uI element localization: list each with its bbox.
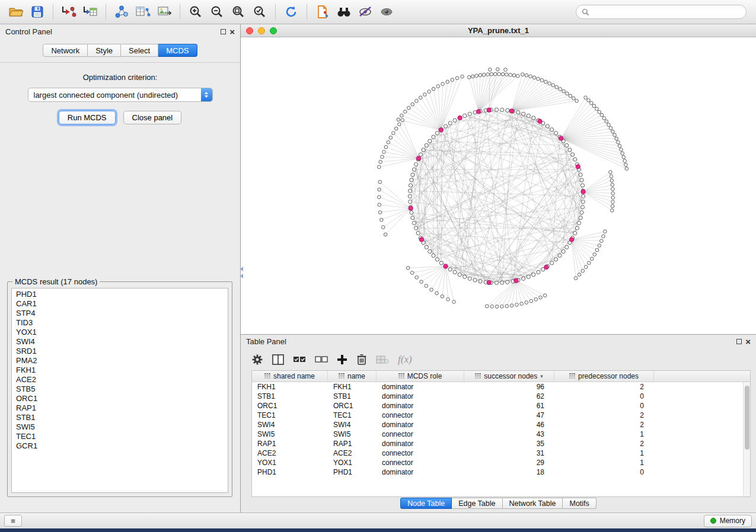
table-row[interactable]: TEC1TEC1connector472 bbox=[252, 411, 750, 420]
table-cell: STB1 bbox=[252, 392, 328, 400]
table-tabbar: Node TableEdge TableNetwork TableMotifs bbox=[241, 497, 756, 512]
binoculars-icon[interactable] bbox=[334, 2, 354, 21]
table-row[interactable]: RAP1RAP1dominator352 bbox=[252, 439, 750, 448]
deselect-all-icon[interactable] bbox=[315, 352, 328, 367]
save-icon[interactable] bbox=[27, 2, 47, 21]
delete-row-icon[interactable] bbox=[356, 352, 367, 367]
column-grid-icon bbox=[569, 373, 575, 379]
zoom-out-icon[interactable] bbox=[207, 2, 227, 21]
optimization-dropdown[interactable]: largest connected component (undirected) bbox=[28, 88, 213, 102]
split-columns-icon[interactable] bbox=[272, 352, 284, 367]
tab-mcds[interactable]: MCDS bbox=[158, 44, 197, 57]
mcds-result-item[interactable]: PHD1 bbox=[16, 290, 224, 299]
table-row[interactable]: YOX1YOX1connector291 bbox=[252, 458, 750, 467]
table-row[interactable]: ORC1ORC1dominator610 bbox=[252, 401, 750, 411]
export-image-icon[interactable] bbox=[154, 2, 174, 21]
mcds-result-item[interactable]: RAP1 bbox=[16, 403, 224, 413]
mcds-result-item[interactable]: YOX1 bbox=[16, 328, 224, 337]
search-input[interactable] bbox=[576, 5, 747, 19]
table-cell: 62 bbox=[464, 392, 554, 400]
mcds-result-item[interactable]: ACE2 bbox=[16, 375, 224, 384]
mcds-result-item[interactable]: STB5 bbox=[16, 384, 224, 394]
mcds-result-item[interactable]: STB1 bbox=[16, 413, 224, 422]
float-table-panel-icon[interactable] bbox=[736, 338, 742, 345]
refresh-icon[interactable] bbox=[281, 2, 301, 21]
scrollbar-thumb[interactable] bbox=[745, 386, 749, 450]
import-network-icon[interactable] bbox=[59, 2, 79, 21]
column-header-successor-nodes[interactable]: successor nodes▾ bbox=[464, 371, 554, 382]
table-row[interactable]: SWI4SWI4dominator462 bbox=[252, 420, 750, 430]
share-network-icon[interactable] bbox=[111, 2, 132, 21]
table-scrollbar[interactable] bbox=[743, 382, 750, 496]
table-cell: connector bbox=[377, 411, 464, 419]
document-share-icon[interactable] bbox=[312, 2, 333, 21]
table-cell: SWI5 bbox=[252, 430, 328, 438]
table-disabled-icon bbox=[376, 352, 389, 367]
hide-graphics-icon[interactable] bbox=[355, 2, 375, 21]
select-all-icon[interactable] bbox=[293, 352, 306, 367]
mcds-result-item[interactable]: TID3 bbox=[16, 318, 224, 328]
mcds-result-item[interactable]: ORC1 bbox=[16, 394, 224, 403]
table-cell: 31 bbox=[464, 449, 554, 457]
mcds-result-item[interactable]: GCR1 bbox=[16, 441, 224, 451]
mcds-result-item[interactable]: SRD1 bbox=[16, 347, 224, 356]
table-cell: 18 bbox=[464, 468, 554, 476]
import-table-icon[interactable] bbox=[80, 2, 100, 21]
control-panel-title: Control Panel bbox=[5, 27, 52, 36]
tab-motifs[interactable]: Motifs bbox=[563, 498, 596, 509]
network-title: YPA_prune.txt_1 bbox=[241, 26, 756, 35]
table-cell: 1 bbox=[554, 449, 654, 457]
table-row[interactable]: PHD1PHD1dominator180 bbox=[252, 467, 750, 477]
mcds-result-item[interactable]: PMA2 bbox=[16, 356, 224, 366]
mcds-tab-content: Optimization criterion: largest connecte… bbox=[0, 63, 240, 512]
table-cell: PHD1 bbox=[328, 468, 377, 476]
tab-edge-table[interactable]: Edge Table bbox=[452, 498, 502, 509]
network-canvas[interactable] bbox=[241, 37, 756, 334]
float-panel-icon[interactable] bbox=[221, 28, 226, 36]
mcds-result-item[interactable]: SWI4 bbox=[16, 337, 224, 347]
add-row-icon[interactable] bbox=[337, 352, 347, 367]
control-panel-header: Control Panel × bbox=[0, 24, 240, 39]
tab-select[interactable]: Select bbox=[121, 44, 158, 57]
table-cell: dominator bbox=[377, 392, 464, 400]
network-from-table-icon[interactable] bbox=[133, 2, 153, 21]
zoom-fit-icon[interactable] bbox=[228, 2, 248, 21]
mcds-result-list[interactable]: PHD1CAR1STP4TID3YOX1SWI4SRD1PMA2FKH1ACE2… bbox=[11, 288, 228, 493]
column-header-predecessor-nodes[interactable]: predecessor nodes bbox=[554, 371, 654, 382]
column-header-filler bbox=[654, 371, 750, 382]
mcds-result-item[interactable]: SWI5 bbox=[16, 422, 224, 432]
column-header-shared-name[interactable]: shared name bbox=[252, 371, 328, 382]
close-panel-icon[interactable]: × bbox=[229, 27, 235, 36]
tab-network[interactable]: Network bbox=[43, 44, 88, 57]
table-row[interactable]: ACE2ACE2connector311 bbox=[252, 448, 750, 458]
mcds-result-item[interactable]: STP4 bbox=[16, 309, 224, 318]
table-row[interactable]: STB1STB1dominator620 bbox=[252, 392, 750, 401]
mcds-result-item[interactable]: TEC1 bbox=[16, 432, 224, 441]
gear-icon[interactable] bbox=[251, 352, 263, 367]
splitter-handle[interactable] bbox=[239, 265, 244, 280]
tab-network-table[interactable]: Network Table bbox=[503, 498, 563, 509]
run-mcds-button[interactable]: Run MCDS bbox=[59, 111, 116, 124]
close-table-panel-icon[interactable]: × bbox=[745, 337, 751, 346]
close-panel-button[interactable]: Close panel bbox=[123, 111, 182, 124]
table-panel-header: Table Panel × bbox=[241, 335, 756, 349]
tab-style[interactable]: Style bbox=[88, 44, 121, 57]
column-header-name[interactable]: name bbox=[328, 371, 377, 382]
table-row[interactable]: FKH1FKH1dominator962 bbox=[252, 382, 750, 392]
mcds-result-item[interactable]: FKH1 bbox=[16, 366, 224, 375]
task-list-icon[interactable]: ≡ bbox=[4, 515, 22, 527]
tab-node-table[interactable]: Node Table bbox=[400, 498, 452, 509]
zoom-in-icon[interactable] bbox=[186, 2, 206, 21]
show-graphics-icon[interactable] bbox=[377, 2, 397, 21]
open-folder-icon[interactable] bbox=[6, 2, 26, 21]
column-header-MCDS-role[interactable]: MCDS role bbox=[377, 371, 464, 382]
table-cell: ORC1 bbox=[328, 402, 377, 410]
table-row[interactable]: SWI5SWI5connector431 bbox=[252, 430, 750, 439]
table-cell: RAP1 bbox=[252, 440, 328, 448]
column-grid-icon bbox=[264, 373, 270, 379]
memory-button[interactable]: Memory bbox=[704, 515, 752, 527]
zoom-selected-icon[interactable] bbox=[250, 2, 270, 21]
network-canvas-container[interactable] bbox=[241, 37, 756, 334]
mcds-result-item[interactable]: CAR1 bbox=[16, 299, 224, 309]
table-cell: RAP1 bbox=[328, 440, 377, 448]
